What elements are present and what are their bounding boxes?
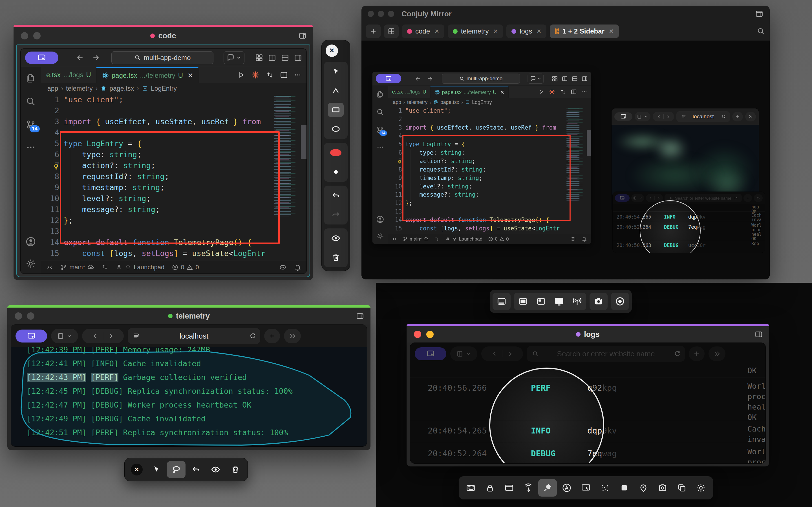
reload-icon[interactable] xyxy=(250,333,256,339)
source-control-icon[interactable]: 14 xyxy=(26,119,36,129)
breadcrumb-item[interactable]: page.tsx xyxy=(109,85,134,93)
tab-telemetry-page[interactable]: page.tsx .../telemetry U ✕ xyxy=(96,67,199,83)
breadcrumb-item[interactable]: LogEntry xyxy=(472,99,492,105)
lightbulb-icon[interactable] xyxy=(52,163,60,171)
new-tab-button[interactable] xyxy=(744,194,752,202)
search-sidebar-icon[interactable] xyxy=(26,96,36,107)
cursor-icon[interactable] xyxy=(147,461,166,478)
breadcrumb-item[interactable]: telemetry xyxy=(66,85,93,93)
url-bar[interactable]: localhost xyxy=(128,328,260,344)
search-sidebar-icon[interactable] xyxy=(376,108,384,116)
problems-status[interactable]: 0 0 xyxy=(172,264,199,271)
split-horizontal-icon[interactable] xyxy=(572,76,578,82)
mirrored-logs-window[interactable]: Search or enter website name hea OK20:40… xyxy=(612,191,765,253)
compare-changes-icon[interactable] xyxy=(560,89,566,95)
run-icon[interactable] xyxy=(237,71,245,79)
sidebar-menu-button[interactable] xyxy=(635,112,651,121)
explorer-icon[interactable] xyxy=(376,91,384,98)
more-actions-icon[interactable] xyxy=(26,143,36,152)
more-actions-icon[interactable] xyxy=(376,144,384,151)
split-editor-icon[interactable] xyxy=(571,89,577,95)
copilot-icon[interactable] xyxy=(570,236,576,242)
tab-logs-page[interactable]: e.tsx .../logs U xyxy=(41,67,96,83)
dock-bottom-icon[interactable] xyxy=(493,293,511,310)
add-tab-button[interactable] xyxy=(366,24,380,38)
back-arrow-icon[interactable] xyxy=(415,75,421,82)
record-icon[interactable] xyxy=(611,293,629,310)
account-icon[interactable] xyxy=(26,236,36,247)
more-icon[interactable] xyxy=(294,71,301,78)
screen-cursor-icon[interactable] xyxy=(576,479,595,497)
sidebar-right-icon[interactable] xyxy=(581,76,588,82)
copilot-icon[interactable] xyxy=(279,263,287,271)
gear-icon[interactable] xyxy=(692,479,710,497)
bell-icon[interactable] xyxy=(294,264,301,271)
reload-icon[interactable] xyxy=(734,196,738,200)
redo-icon[interactable] xyxy=(328,208,344,222)
traffic-lights[interactable] xyxy=(21,32,41,40)
scrollbar-thumb[interactable] xyxy=(301,125,306,159)
tab-telemetry-page[interactable]: page.tsx .../telemetry U ✕ xyxy=(430,86,508,98)
rectangle-tool-icon[interactable] xyxy=(328,103,344,117)
more-tabs-button[interactable] xyxy=(709,346,725,361)
breadcrumb-item[interactable]: telemetry xyxy=(407,99,427,105)
nav-buttons[interactable] xyxy=(481,346,523,361)
account-icon[interactable] xyxy=(376,215,384,223)
window-layout-icon[interactable] xyxy=(356,312,364,320)
close-tab-icon[interactable]: ✕ xyxy=(435,28,439,35)
reload-icon[interactable] xyxy=(674,350,681,357)
pin-icon[interactable] xyxy=(538,479,557,497)
copy-icon[interactable] xyxy=(672,479,691,497)
scrollbar-thumb[interactable] xyxy=(587,130,591,156)
lock-icon[interactable] xyxy=(481,479,499,497)
code-area[interactable]: 1234567891011121314151617 "use client"; … xyxy=(388,107,591,234)
search-icon[interactable] xyxy=(757,27,765,36)
camera-icon[interactable] xyxy=(590,293,608,310)
compare-status-icon[interactable] xyxy=(101,264,108,271)
more-tabs-button[interactable] xyxy=(284,329,301,343)
mirror-tab-telemetry[interactable]: telemetry✕ xyxy=(448,24,503,38)
undo-icon[interactable] xyxy=(328,188,344,203)
undo-icon[interactable] xyxy=(187,461,205,478)
url-bar[interactable]: localhost xyxy=(676,111,730,122)
remote-cursor-icon[interactable] xyxy=(519,479,538,497)
eye-icon[interactable] xyxy=(328,231,344,245)
bell-icon[interactable] xyxy=(581,236,587,242)
traffic-lights[interactable] xyxy=(414,331,434,338)
problems-status[interactable]: 0 0 xyxy=(488,236,509,242)
cursor-icon[interactable] xyxy=(328,64,344,78)
mirror-tab-code[interactable]: code✕ xyxy=(402,24,444,38)
branch-status[interactable]: main* xyxy=(403,236,429,242)
close-icon[interactable]: ✕ xyxy=(324,44,340,58)
screen-share-button[interactable] xyxy=(614,112,632,121)
compare-changes-icon[interactable] xyxy=(266,71,274,79)
traffic-lights[interactable] xyxy=(368,11,394,17)
starburst-icon[interactable] xyxy=(251,71,260,79)
back-arrow-icon[interactable] xyxy=(76,54,84,62)
sidebar-menu-button[interactable] xyxy=(450,346,477,361)
split-vertical-icon[interactable] xyxy=(268,54,276,62)
eye-icon[interactable] xyxy=(206,461,225,478)
panel-grid-icon[interactable] xyxy=(255,54,263,62)
tab-overview-icon[interactable] xyxy=(681,114,686,119)
pixelate-icon[interactable] xyxy=(596,479,614,497)
more-tabs-button[interactable] xyxy=(745,112,756,121)
chat-dropdown-button[interactable] xyxy=(223,51,245,64)
traffic-lights[interactable] xyxy=(15,313,35,320)
close-tab-icon[interactable]: ✕ xyxy=(493,28,498,35)
lightbulb-icon[interactable] xyxy=(397,159,402,165)
code-area[interactable]: 1234567891011121314151617 "use client"; … xyxy=(41,94,306,261)
window-layout-icon[interactable] xyxy=(755,330,763,339)
compare-status-icon[interactable] xyxy=(435,236,440,241)
close-traffic-light[interactable] xyxy=(414,331,421,338)
command-search-input[interactable]: multi-app-demo xyxy=(111,51,213,64)
sidebar-right-icon[interactable] xyxy=(294,54,302,62)
launchpad-status[interactable]: Launchpad xyxy=(445,236,483,242)
minimize-traffic-light[interactable] xyxy=(426,331,434,338)
window-icon[interactable] xyxy=(500,479,518,497)
more-tabs-button[interactable] xyxy=(754,194,763,202)
screen-share-button[interactable] xyxy=(615,194,629,202)
picture-in-picture-icon[interactable] xyxy=(532,293,550,310)
branch-status[interactable]: main* xyxy=(60,264,94,271)
breadcrumb-item[interactable]: LogEntry xyxy=(151,85,177,93)
